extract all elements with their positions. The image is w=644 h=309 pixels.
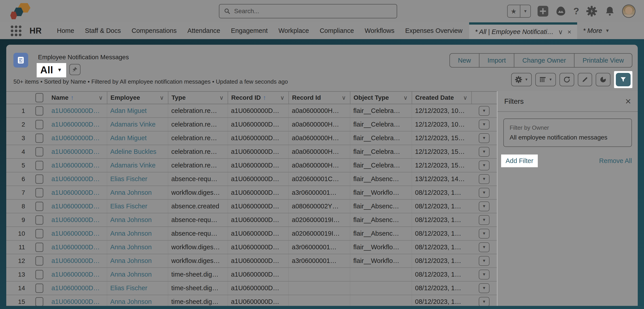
chevron-down-icon[interactable]: ∨ [160,94,164,101]
row-actions-button[interactable]: ▼ [479,188,490,198]
tab-more[interactable]: * More ▼ [577,22,616,39]
filters-button[interactable] [616,73,630,86]
row-checkbox[interactable] [35,159,48,172]
record-name-link[interactable]: a1U0600000D… [52,202,100,210]
search-input[interactable] [234,8,377,15]
employee-link[interactable]: Elias Fischer [110,284,147,292]
employee-link[interactable]: Adan Miguet [110,107,147,114]
chevron-down-icon[interactable]: ∨ [404,94,408,101]
record-name-link[interactable]: a1U0600000D… [52,175,100,183]
refresh-button[interactable] [560,73,574,86]
favorites-dropdown-icon[interactable]: ▼ [520,5,531,17]
record-name-link[interactable]: a1U0600000D… [52,162,100,169]
employee-link[interactable]: Anna Johnson [110,230,152,237]
help-icon[interactable]: ? [573,6,579,16]
import-button[interactable]: Import [479,54,514,67]
column-header-object-type[interactable]: Object Type∨ [350,92,412,104]
row-actions-button[interactable]: ▼ [479,242,490,252]
chevron-down-icon[interactable]: ∨ [219,94,224,101]
row-actions-button[interactable]: ▼ [479,283,490,293]
record-name-link[interactable]: a1U0600000D… [52,107,100,114]
tab-active-employee-notifications[interactable]: * All | Employee Notificati… ∨ × [469,22,577,39]
tab-dropdown-icon[interactable]: ∨ [558,28,563,35]
row-checkbox[interactable] [35,240,48,254]
tab-workflows[interactable]: Workflows [359,22,400,39]
chevron-down-icon[interactable]: ∨ [280,94,284,101]
record-name-link[interactable]: a1U0600000D… [52,189,100,196]
row-actions-button[interactable]: ▼ [479,174,490,184]
record-name-link[interactable]: a1U0600000D… [52,298,100,306]
inline-edit-button[interactable] [578,73,592,86]
employee-link[interactable]: Anna Johnson [110,216,152,224]
row-checkbox[interactable] [35,295,48,306]
row-actions-button[interactable]: ▼ [479,106,490,116]
record-name-link[interactable]: a1U0600000D… [52,257,100,264]
employee-link[interactable]: Anna Johnson [110,257,152,264]
setup-gear-icon[interactable] [586,5,598,17]
new-button[interactable]: New [450,54,479,67]
column-header-employee[interactable]: Employee∨ [107,92,168,104]
tab-attendance[interactable]: Attendance [182,22,226,39]
chevron-down-icon[interactable]: ∨ [463,94,467,101]
record-name-link[interactable]: a1U0600000D… [52,216,100,224]
row-actions-button[interactable]: ▼ [479,215,490,225]
tab-workplace[interactable]: Workplace [273,22,314,39]
column-header-type[interactable]: Type∨ [168,92,228,104]
favorites-button-group[interactable]: ★ ▼ [507,5,531,18]
tab-home[interactable]: Home [52,22,80,39]
employee-link[interactable]: Elias Fischer [110,175,147,183]
row-actions-button[interactable]: ▼ [479,297,490,306]
row-checkbox[interactable] [35,268,48,281]
column-header-created-date[interactable]: Created Date∨ [412,92,471,104]
row-actions-button[interactable]: ▼ [479,160,490,170]
employee-link[interactable]: Adamaris Vinke [110,162,156,169]
row-checkbox[interactable] [35,282,48,295]
select-all-checkbox[interactable] [35,92,48,104]
user-avatar[interactable] [622,4,636,18]
employee-link[interactable]: Anna Johnson [110,298,152,306]
notifications-bell-icon[interactable] [604,6,616,17]
star-icon[interactable]: ★ [508,5,520,17]
record-name-link[interactable]: a1U0600000D… [52,148,100,156]
record-name-link[interactable]: a1U0600000D… [52,284,100,292]
record-name-link[interactable]: a1U0600000D… [52,230,100,237]
row-checkbox[interactable] [35,132,48,145]
tab-close-icon[interactable]: × [568,28,572,35]
row-checkbox[interactable] [35,145,48,158]
column-header-name[interactable]: Name↑∨ [48,92,107,104]
charts-button[interactable] [596,73,610,86]
employee-link[interactable]: Anna Johnson [110,271,152,278]
chevron-down-icon[interactable]: ∨ [98,94,103,101]
tab-expenses-overview[interactable]: Expenses Overview [400,22,468,39]
filter-by-owner-card[interactable]: Filter by Owner All employee notificatio… [503,118,632,147]
row-checkbox[interactable] [35,172,48,186]
add-filter-link[interactable]: Add Filter [501,154,538,167]
column-header-record-id[interactable]: Record ID↑∨ [228,92,288,104]
app-launcher-icon[interactable] [11,26,22,36]
record-name-link[interactable]: a1U0600000D… [52,244,100,251]
employee-link[interactable]: Elias Fischer [110,202,147,210]
display-as-button[interactable]: ▼ [535,73,556,86]
list-settings-button[interactable]: ▼ [511,73,532,86]
row-checkbox[interactable] [35,227,48,240]
tab-compensations[interactable]: Compensations [126,22,182,39]
row-checkbox[interactable] [35,200,48,213]
filters-close-icon[interactable]: × [625,96,631,106]
chevron-down-icon[interactable]: ∨ [342,94,346,101]
change-owner-button[interactable]: Change Owner [514,54,574,67]
row-actions-button[interactable]: ▼ [479,120,490,130]
row-checkbox[interactable] [35,254,48,268]
pin-view-button[interactable] [69,64,80,75]
flair-logo[interactable] [10,2,30,19]
record-name-link[interactable]: a1U0600000D… [52,134,100,142]
row-checkbox[interactable] [35,104,48,118]
row-checkbox[interactable] [35,118,48,131]
tab-staff-docs[interactable]: Staff & Docs [80,22,126,39]
view-selector-dropdown[interactable]: All ▼ [37,63,66,77]
record-name-link[interactable]: a1U0600000D… [52,271,100,278]
printable-view-button[interactable]: Printable View [574,54,632,67]
employee-link[interactable]: Adamaris Vinke [110,121,156,128]
row-actions-button[interactable]: ▼ [479,202,490,211]
row-checkbox[interactable] [35,213,48,226]
tab-compliance[interactable]: Compliance [314,22,359,39]
